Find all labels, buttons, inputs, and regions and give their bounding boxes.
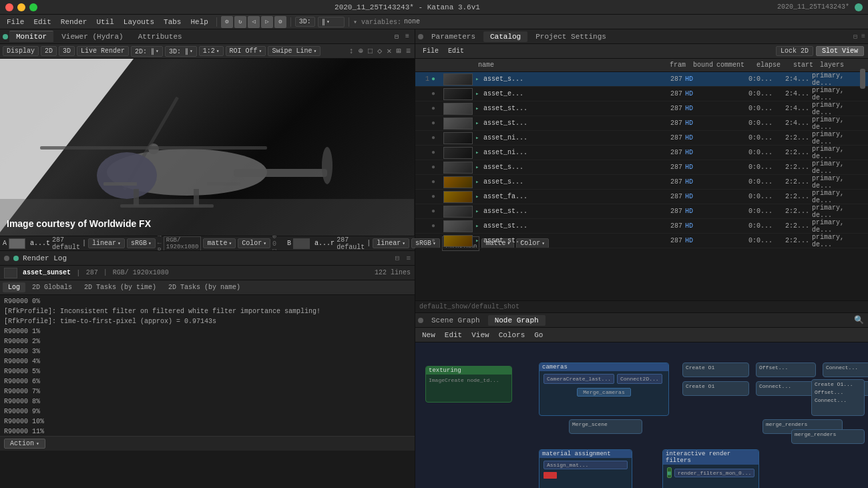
col-name[interactable]: name <box>477 61 670 69</box>
sg-menu-go[interactable]: Go <box>530 330 547 340</box>
row-eye[interactable]: ● <box>431 105 443 112</box>
table-row[interactable]: ● ▸ asset_ni... 287 HD 0:0... 2:2... pri… <box>415 146 868 160</box>
strip-a-label[interactable]: a...t <box>30 240 50 247</box>
mode-3d-btn[interactable]: 3D <box>59 46 75 56</box>
lock-2d-btn[interactable]: Lock 2D <box>776 46 813 56</box>
table-row[interactable]: ● ▸ asset_st... 287 HD 0:0... 2:2... pri… <box>415 204 868 219</box>
strip-a-color[interactable]: Color <box>238 238 270 248</box>
col-start[interactable]: start <box>793 61 820 69</box>
node-assign-mat[interactable]: Assign_mat... <box>544 461 628 469</box>
scene-graph-content[interactable]: texturing ImageCreate node_td... cameras… <box>415 342 868 488</box>
catalog-file-btn[interactable]: File <box>419 47 442 55</box>
table-row[interactable]: ● ▸ asset st... 287 HD 0:0... 2:2... pri… <box>415 234 868 248</box>
mode-dropdown[interactable]: ∥ <box>318 17 345 27</box>
step-back-icon[interactable]: ◁ <box>248 16 260 28</box>
mode-3d-btn[interactable]: 3D: <box>295 17 315 27</box>
2d-mode-dropdown[interactable]: 2D: ∥ <box>131 46 163 57</box>
menu-render[interactable]: Render <box>57 17 91 27</box>
table-row[interactable]: ● ▸ asset_e... 287 HD 0:0... 2:4... prim… <box>415 87 868 101</box>
menu-tabs[interactable]: Tabs <box>160 17 185 27</box>
tab-monitor[interactable]: Monitor <box>9 31 53 42</box>
node-material-assignment[interactable]: material assignment Assign_mat... <box>539 449 632 488</box>
node-offset[interactable]: Offset... <box>756 362 816 377</box>
strip-a-linear[interactable]: linear <box>88 238 125 248</box>
row-eye[interactable]: ● <box>431 90 443 97</box>
table-row[interactable]: ● ▸ asset_ni... 287 HD 0:0... 2:2... pri… <box>415 131 868 146</box>
table-row[interactable]: ● ▸ asset_s... 287 HD 0:0... 2:2... prim… <box>415 175 868 190</box>
strip-a-matte[interactable]: matte <box>203 238 236 248</box>
gear-icon[interactable]: ⚙ <box>221 16 233 28</box>
log-tab-log[interactable]: Log <box>3 282 25 292</box>
row-eye[interactable]: ● <box>431 134 443 142</box>
roi-dropdown[interactable]: ROI Off <box>226 46 266 56</box>
table-row[interactable]: 1 ● ▸ asset_s... 287 HD 0:0... 2:4... pr… <box>415 72 868 87</box>
cursor-icon[interactable]: ⊕ <box>357 46 365 56</box>
node-interactive-render[interactable]: interactive render filters ▦ render_filt… <box>662 449 759 488</box>
node-cameras[interactable]: cameras CameraCreate_last... Connect2D..… <box>539 362 669 416</box>
row-eye[interactable]: ● <box>431 222 443 230</box>
table-row[interactable]: ● ▸ asset_fa... 287 HD 0:0... 2:2... pri… <box>415 190 868 204</box>
table-row[interactable]: ● ▸ asset_st... 287 HD 0:0... 2:4... pri… <box>415 101 868 116</box>
menu-layouts[interactable]: Layouts <box>120 17 158 27</box>
catalog-edit-btn[interactable]: Edit <box>445 47 467 55</box>
log-tab-2d-tasks-name[interactable]: 2D Tasks (by name) <box>163 282 246 292</box>
node-far-right[interactable]: Create O1... Offset... Connect... <box>811 379 865 416</box>
row-eye[interactable]: ● <box>431 178 443 186</box>
menu-file[interactable]: File <box>3 17 28 27</box>
col-bound[interactable]: bound <box>693 61 716 69</box>
sg-menu-view[interactable]: View <box>467 330 493 340</box>
tab-catalog[interactable]: Catalog <box>483 31 527 42</box>
node-merge-scene[interactable]: Merge_scene <box>569 419 642 434</box>
tab-scene-graph[interactable]: Scene Graph <box>425 315 487 326</box>
log-tab-2d-tasks-time[interactable]: 2D Tasks (by time) <box>79 282 162 292</box>
table-row[interactable]: ● ▸ asset_st... 287 HD 0:0... 2:2... pri… <box>415 219 868 234</box>
tab-attributes[interactable]: Attributes <box>132 31 189 42</box>
strip-b-linear[interactable]: linear <box>373 238 409 248</box>
settings-icon[interactable]: ⚙ <box>274 16 286 28</box>
col-comment[interactable]: comment <box>716 61 756 69</box>
diamond-icon[interactable]: ◇ <box>376 46 383 56</box>
node-camera-create[interactable]: CameraCreate_last... <box>544 374 614 384</box>
right-panel-collapse[interactable]: ⊟ <box>853 33 857 41</box>
3d-mode-dropdown[interactable]: 3D: ∥ <box>165 46 197 57</box>
table-row[interactable]: ● ▸ asset_st... 287 HD 0:0... 2:4... pri… <box>415 116 868 131</box>
tab-project-settings[interactable]: Project Settings <box>529 31 613 42</box>
row-eye[interactable]: ● <box>431 164 443 171</box>
row-eye[interactable]: ● <box>431 119 443 127</box>
square-icon[interactable]: □ <box>367 47 374 56</box>
node-camera-connect[interactable]: Connect2D... <box>617 374 662 384</box>
sg-menu-colors[interactable]: Colors <box>495 330 529 340</box>
row-eye[interactable]: ● <box>431 237 443 244</box>
node-create-o1[interactable]: Create O1 <box>682 362 749 377</box>
node-merge-cameras[interactable]: Merge_cameras <box>577 388 630 397</box>
menu-help[interactable]: Help <box>186 17 212 27</box>
node-merge-renders-far[interactable]: merge_renders <box>791 429 865 444</box>
node-connect2[interactable]: Connect... <box>756 381 816 396</box>
right-panel-options[interactable]: ≡ <box>861 33 865 40</box>
col-elapse[interactable]: elapse <box>756 61 793 69</box>
node-create-o2[interactable]: Create O1 <box>682 381 749 396</box>
panel-collapse-btn[interactable]: ⊟ <box>392 31 401 42</box>
menu-util[interactable]: Util <box>92 17 118 27</box>
grid-icon[interactable]: ⊞ <box>395 46 403 56</box>
maximize-button[interactable] <box>29 3 37 11</box>
ratio-dropdown[interactable]: 1:2 <box>199 46 224 56</box>
render-log-options[interactable]: ≡ <box>406 254 411 262</box>
row-eye[interactable]: ● <box>431 75 443 83</box>
display-btn[interactable]: Display <box>3 46 39 56</box>
node-render-filter[interactable]: render_filters_mon_0... <box>674 469 754 477</box>
cross-icon[interactable]: ✕ <box>385 46 393 56</box>
tab-parameters[interactable]: Parameters <box>425 31 482 42</box>
mode-2d-btn[interactable]: 2D <box>41 46 57 56</box>
refresh-icon[interactable]: ↻ <box>234 16 246 28</box>
sg-menu-edit[interactable]: Edit <box>441 330 466 340</box>
action-button[interactable]: Action <box>4 439 45 449</box>
menu-icon[interactable]: ≡ <box>405 47 412 56</box>
col-layers[interactable]: layers <box>820 61 860 69</box>
row-eye[interactable]: ● <box>431 208 443 215</box>
strip-b-label[interactable]: a...r <box>314 240 335 247</box>
row-eye[interactable]: ● <box>431 149 443 156</box>
menu-edit[interactable]: Edit <box>29 17 55 27</box>
close-button[interactable] <box>5 3 13 11</box>
tab-node-graph[interactable]: Node Graph <box>488 315 546 326</box>
